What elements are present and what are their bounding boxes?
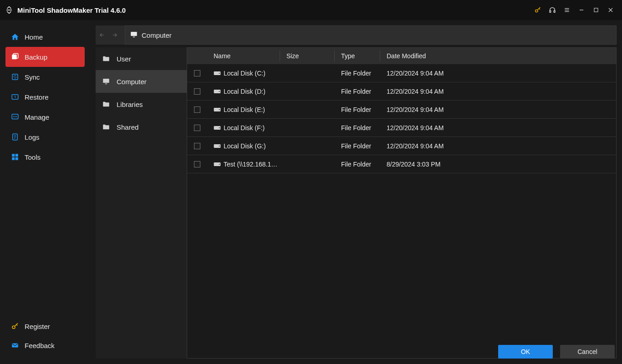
row-name: Local Disk (F:) [207, 124, 280, 131]
row-type: File Folder [335, 70, 380, 77]
svg-rect-30 [131, 32, 137, 36]
row-checkbox[interactable] [187, 106, 207, 113]
path-input[interactable]: Computer [125, 25, 617, 45]
dialog-footer: OK Cancel [498, 345, 615, 359]
home-icon [11, 33, 19, 41]
file-table: Name Size Type Date Modified Local Disk … [187, 47, 617, 359]
column-date[interactable]: Date Modified [380, 51, 449, 61]
row-date: 12/20/2024 9:04 AM [380, 70, 449, 77]
row-checkbox[interactable] [187, 143, 207, 149]
sidebar-item-backup[interactable]: Backup [5, 47, 85, 67]
sidebar-item-label: Home [25, 33, 43, 41]
svg-point-35 [219, 73, 220, 74]
svg-point-16 [15, 116, 15, 117]
table-header: Name Size Type Date Modified [187, 48, 616, 64]
table-row[interactable]: Local Disk (G:)File Folder12/20/2024 9:0… [187, 137, 616, 155]
table-body: Local Disk (C:)File Folder12/20/2024 9:0… [187, 64, 616, 358]
row-name: Local Disk (D:) [207, 88, 280, 95]
row-checkbox[interactable] [187, 125, 207, 131]
path-label: Computer [142, 31, 172, 39]
tree-item-label: Computer [117, 78, 147, 86]
content-area: Computer User Computer [90, 20, 622, 364]
svg-point-45 [219, 164, 220, 165]
svg-point-39 [219, 109, 220, 110]
sidebar-item-restore[interactable]: Restore [5, 87, 85, 107]
file-browser: User Computer Libraries [96, 47, 617, 359]
folder-icon [102, 123, 110, 131]
svg-point-37 [219, 91, 220, 92]
row-checkbox[interactable] [187, 70, 207, 76]
restore-icon [11, 93, 19, 101]
tree-item-shared[interactable]: Shared [96, 116, 187, 138]
table-row[interactable]: Local Disk (C:)File Folder12/20/2024 9:0… [187, 64, 616, 82]
nav-forward-icon[interactable] [108, 25, 121, 45]
row-checkbox[interactable] [187, 161, 207, 167]
close-icon[interactable] [604, 3, 617, 17]
sidebar-item-feedback[interactable]: Feedback [5, 336, 85, 355]
tree-item-user[interactable]: User [96, 47, 187, 70]
tree-item-label: User [117, 55, 131, 63]
sidebar-item-label: Sync [25, 73, 40, 81]
titlebar: MiniTool ShadowMaker Trial 4.6.0 [0, 0, 622, 20]
sidebar-item-label: Manage [25, 113, 49, 121]
sidebar-nav: Home Backup Sync Restore [0, 27, 90, 167]
svg-rect-2 [554, 10, 555, 12]
row-checkbox[interactable] [187, 88, 207, 95]
nav-back-icon[interactable] [96, 25, 108, 45]
column-name[interactable]: Name [207, 51, 280, 61]
row-date: 12/20/2024 9:04 AM [380, 142, 449, 150]
minimize-icon[interactable] [575, 3, 588, 17]
sidebar-item-tools[interactable]: Tools [5, 147, 85, 167]
table-row[interactable]: Local Disk (F:)File Folder12/20/2024 9:0… [187, 119, 616, 137]
sidebar-item-sync[interactable]: Sync [5, 67, 85, 87]
monitor-icon [102, 77, 110, 86]
row-date: 8/29/2024 3:03 PM [380, 161, 449, 168]
maximize-icon[interactable] [589, 3, 603, 17]
app-logo-icon [5, 5, 14, 15]
sidebar-item-logs[interactable]: Logs [5, 127, 85, 147]
sync-icon [11, 73, 19, 81]
column-check[interactable] [187, 51, 207, 61]
row-name: Test (\\192.168.1… [207, 161, 280, 168]
tree-item-computer[interactable]: Computer [96, 70, 187, 93]
sidebar-item-register[interactable]: Register [5, 317, 85, 336]
svg-point-0 [535, 10, 538, 12]
source-tree: User Computer Libraries [96, 47, 187, 359]
column-type[interactable]: Type [335, 51, 380, 61]
sidebar-item-manage[interactable]: Manage [5, 107, 85, 127]
sidebar-item-label: Restore [25, 93, 49, 101]
row-name: Local Disk (E:) [207, 106, 280, 113]
row-name: Local Disk (C:) [207, 70, 280, 77]
cancel-button[interactable]: Cancel [560, 345, 615, 359]
title-left: MiniTool ShadowMaker Trial 4.6.0 [5, 5, 126, 15]
column-size[interactable]: Size [280, 51, 335, 61]
menu-icon[interactable] [560, 3, 574, 17]
row-type: File Folder [335, 124, 380, 131]
row-type: File Folder [335, 88, 380, 95]
sidebar-item-label: Logs [25, 133, 40, 141]
table-row[interactable]: Local Disk (E:)File Folder12/20/2024 9:0… [187, 101, 616, 119]
key-icon[interactable] [531, 3, 545, 17]
row-type: File Folder [335, 161, 380, 168]
row-date: 12/20/2024 9:04 AM [380, 88, 449, 95]
sidebar-item-home[interactable]: Home [5, 27, 85, 47]
table-row[interactable]: Test (\\192.168.1…File Folder8/29/2024 3… [187, 155, 616, 173]
table-row[interactable]: Local Disk (D:)File Folder12/20/2024 9:0… [187, 82, 616, 101]
svg-rect-32 [103, 79, 109, 83]
sidebar-bottom: Register Feedback [0, 317, 90, 364]
folder-icon [102, 100, 110, 108]
folder-icon [102, 55, 110, 63]
headset-icon[interactable] [546, 3, 559, 17]
path-bar: Computer [96, 25, 617, 45]
svg-rect-12 [12, 74, 18, 80]
backup-icon [11, 53, 19, 61]
drive-icon [214, 71, 221, 76]
ok-button[interactable]: OK [498, 345, 553, 359]
tree-item-libraries[interactable]: Libraries [96, 93, 187, 116]
drive-icon [214, 107, 221, 112]
tools-icon [11, 153, 19, 161]
drive-icon [214, 143, 221, 149]
svg-point-17 [16, 116, 17, 117]
row-type: File Folder [335, 142, 380, 150]
svg-rect-31 [133, 36, 135, 37]
